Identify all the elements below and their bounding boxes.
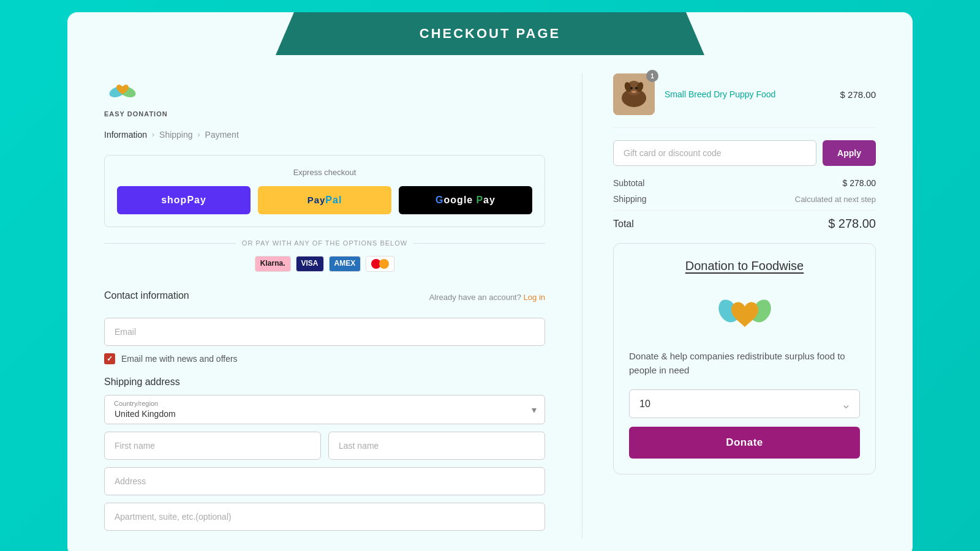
country-label: Country/region [114,400,158,407]
product-badge: 1 [646,70,658,82]
newsletter-checkbox[interactable] [104,353,115,364]
page-title: CHECKOUT PAGE [420,26,561,42]
subtotal-value: $ 278.00 [843,178,876,188]
breadcrumb-payment[interactable]: Payment [205,130,239,140]
firstname-input[interactable] [104,432,321,460]
express-checkout-label: Express checkout [117,168,532,177]
total-row: Total $ 278.00 [613,217,876,231]
right-column: 1 Small Breed Dry Puppy Food $ 278.00 Ap… [582,73,876,538]
page-container: CHECKOUT PAGE EASY DONATION Information … [67,12,913,551]
amex-icon: AMEX [329,256,361,272]
header-banner: CHECKOUT PAGE [67,12,913,55]
visa-icon: VISA [296,256,324,272]
donation-title: Donation to Foodwise [629,259,860,273]
lastname-input[interactable] [328,432,545,460]
contact-header: Contact information Already have an acco… [104,284,545,310]
email-input[interactable] [104,318,545,346]
logo-text: EASY DONATION [104,110,168,118]
svg-point-9 [631,91,636,93]
shipping-address-label: Shipping address [104,377,545,388]
shipping-value: Calculated at next step [795,195,876,204]
total-label: Total [613,219,634,230]
mastercard-icon [366,256,394,272]
or-divider: OR PAY WITH ANY OF THE OPTIONS BELOW [104,239,545,247]
address-input[interactable] [104,467,545,495]
subtotal-row: Subtotal $ 278.00 [613,178,876,188]
gpay-label: Google Pay [435,195,496,206]
total-value: $ 278.00 [828,217,876,231]
donation-logo [629,285,860,337]
logo-area: EASY DONATION [104,73,545,118]
shoppay-button[interactable]: shopPay [117,186,251,214]
gpay-button[interactable]: Google Pay [399,186,532,214]
donation-amount-wrapper: 5 10 20 50 ⌄ [629,389,860,418]
paypal-label: PayPal [307,195,342,206]
breadcrumb: Information › Shipping › Payment [104,130,545,140]
chevron-icon-2: › [198,130,200,139]
donate-button[interactable]: Donate [629,427,860,459]
logo-icon [104,73,141,107]
login-link[interactable]: Log in [524,293,545,302]
newsletter-label: Email me with news and offers [121,354,238,364]
svg-point-7 [630,87,633,89]
name-row [104,432,545,460]
paypal-button[interactable]: PayPal [258,186,391,214]
totals-section: Subtotal $ 278.00 Shipping Calculated at… [613,178,876,231]
country-select-wrapper: Country/region United Kingdom United Sta… [104,395,545,424]
donation-card: Donation to Foodwise Donate & help compa… [613,243,876,474]
contact-label: Contact information [104,290,189,301]
login-text: Already have an account? Log in [429,293,545,302]
klarna-icon: Klarna. [255,256,291,272]
breadcrumb-information[interactable]: Information [104,130,147,140]
shipping-row: Shipping Calculated at next step [613,194,876,204]
express-buttons: shopPay PayPal Google Pay [117,186,532,214]
shipping-label: Shipping [613,194,647,204]
product-item: 1 Small Breed Dry Puppy Food $ 278.00 [613,73,876,128]
donation-amount-select[interactable]: 5 10 20 50 [629,389,860,418]
newsletter-checkbox-row: Email me with news and offers [104,353,545,364]
product-name[interactable]: Small Breed Dry Puppy Food [665,89,775,99]
chevron-icon-1: › [152,130,154,139]
left-column: EASY DONATION Information › Shipping › P… [104,73,582,538]
express-checkout-section: Express checkout shopPay PayPal Google P… [104,155,545,227]
country-select[interactable]: United Kingdom United States Canada Aust… [104,395,545,424]
donation-logo-icon [714,285,775,337]
shoppay-label: shopPay [161,195,206,206]
product-image-wrapper: 1 [613,73,655,115]
donation-description: Donate & help companies redistribute sur… [629,350,860,377]
discount-row: Apply [613,140,876,166]
apply-button[interactable]: Apply [823,140,876,166]
apt-input[interactable] [104,503,545,531]
svg-point-8 [635,87,638,89]
subtotal-label: Subtotal [613,178,644,188]
discount-input[interactable] [613,140,816,166]
breadcrumb-shipping[interactable]: Shipping [159,130,193,140]
product-price: $ 278.00 [840,89,876,100]
payment-icons: Klarna. VISA AMEX [104,256,545,272]
